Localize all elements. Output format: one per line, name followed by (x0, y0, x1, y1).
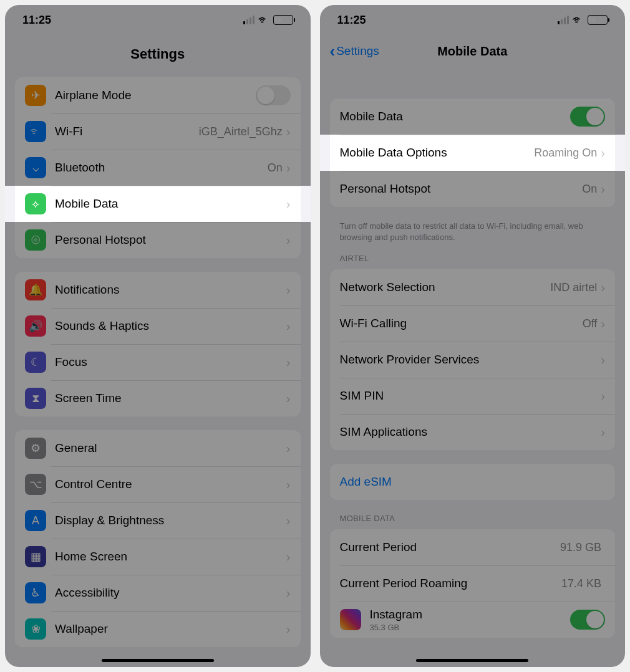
row-mobile-data[interactable]: Mobile Data (330, 98, 616, 135)
chevron-right-icon: › (601, 389, 605, 403)
row-value: 17.4 KB (561, 577, 601, 590)
row-label: Personal Hotspot (55, 233, 286, 247)
settings-screen: 11:25 ᯤ 59 Settings ✈Airplane ModeᯤWi-Fi… (5, 5, 311, 667)
row-focus[interactable]: ☾Focus› (15, 344, 301, 380)
bluetooth-icon: ⌵ (25, 157, 46, 178)
row-sounds-haptics[interactable]: 🔊Sounds & Haptics› (15, 308, 301, 344)
status-bar: 11:25 ᯤ 59 (5, 5, 311, 35)
mobile-data-group-main: Mobile DataMobile Data OptionsRoaming On… (330, 98, 616, 207)
row-label: SIM PIN (340, 389, 601, 403)
row-sim-pin[interactable]: SIM PIN› (330, 378, 616, 414)
sounds-icon: 🔊 (25, 315, 46, 337)
settings-group-general: ⚙General›⌥Control Centre›ADisplay & Brig… (15, 430, 301, 647)
row-label: Mobile Data (55, 197, 286, 211)
row-accessibility[interactable]: ♿︎Accessibility› (15, 575, 301, 611)
battery-icon: 59 (588, 15, 608, 25)
instagram-icon (340, 609, 361, 630)
row-network-provider-services[interactable]: Network Provider Services› (330, 342, 616, 378)
clock: 11:25 (22, 14, 51, 27)
row-value: Off (583, 317, 598, 330)
chevron-right-icon: › (601, 146, 605, 160)
row-label: Sounds & Haptics (55, 319, 286, 333)
row-display-brightness[interactable]: ADisplay & Brightness› (15, 502, 301, 539)
chevron-right-icon: › (601, 182, 605, 196)
row-sim-applications[interactable]: SIM Applications› (330, 414, 616, 450)
row-label: Network Provider Services (340, 353, 601, 367)
row-label: Mobile Data Options (340, 146, 535, 160)
settings-group-alerts: 🔔Notifications›🔊Sounds & Haptics›☾Focus›… (15, 272, 301, 416)
row-label: Bluetooth (55, 161, 268, 175)
accessibility-icon: ♿︎ (25, 582, 46, 603)
row-value: iGB_Airtel_5Ghz (199, 125, 283, 138)
chevron-right-icon: › (286, 478, 291, 492)
row-wallpaper[interactable]: ❀Wallpaper› (15, 611, 301, 647)
chevron-right-icon: › (286, 233, 291, 247)
row-label: Wi-Fi (55, 125, 199, 138)
nav-bar: ‹ Settings Mobile Data (320, 35, 626, 67)
row-label: Airplane Mode (55, 89, 256, 102)
row-label: SIM Applications (340, 425, 601, 439)
chevron-right-icon: › (286, 283, 291, 297)
row-label: Instagram (370, 608, 571, 622)
row-label: Home Screen (55, 550, 286, 564)
home-indicator[interactable] (416, 659, 528, 662)
row-value: 91.9 GB (560, 541, 601, 554)
wallpaper-icon: ❀ (25, 618, 46, 640)
row-personal-hotspot[interactable]: Personal HotspotOn› (330, 171, 616, 207)
chevron-right-icon: › (286, 197, 291, 211)
row-notifications[interactable]: 🔔Notifications› (15, 272, 301, 308)
chevron-right-icon: › (286, 441, 291, 456)
chevron-right-icon: › (601, 281, 605, 295)
row-network-selection[interactable]: Network SelectionIND airtel› (330, 269, 616, 305)
row-home-screen[interactable]: ▦Home Screen› (15, 539, 301, 575)
homescreen-icon: ▦ (25, 546, 46, 567)
row-general[interactable]: ⚙General› (15, 430, 301, 466)
row-current-period-roaming[interactable]: Current Period Roaming17.4 KB (330, 565, 616, 602)
toggle[interactable] (570, 107, 605, 127)
cell-signal-icon (243, 16, 254, 24)
row-label: Network Selection (340, 281, 551, 294)
row-bluetooth[interactable]: ⌵BluetoothOn› (15, 150, 301, 186)
home-indicator[interactable] (102, 659, 214, 662)
row-value: IND airtel (550, 281, 597, 294)
row-control-centre[interactable]: ⌥Control Centre› (15, 466, 301, 502)
chevron-right-icon: › (286, 622, 291, 636)
row-label: Notifications (55, 283, 286, 297)
toggle[interactable] (256, 85, 291, 105)
status-bar: 11:25 ᯤ 59 (320, 5, 626, 35)
chevron-right-icon: › (286, 319, 291, 334)
mobile-data-group-esim: Add eSIM (330, 464, 616, 500)
row-label: Current Period (340, 540, 560, 554)
chevron-right-icon: › (286, 391, 291, 406)
cell-signal-icon (558, 16, 569, 24)
row-label: Personal Hotspot (340, 182, 583, 196)
row-add-esim[interactable]: Add eSIM (330, 464, 616, 500)
mobile-data-screen: 11:25 ᯤ 59 ‹ Settings Mobile Data Mobile… (320, 5, 626, 667)
notifications-icon: 🔔 (25, 279, 46, 300)
focus-icon: ☾ (25, 352, 46, 373)
mobile-data-group-usage: Current Period91.9 GBCurrent Period Roam… (330, 529, 616, 638)
toggle[interactable] (570, 610, 605, 630)
settings-group-connectivity: ✈Airplane ModeᯤWi-FiiGB_Airtel_5Ghz›⌵Blu… (15, 77, 301, 258)
row-screen-time[interactable]: ⧗Screen Time› (15, 380, 301, 416)
row-airplane-mode[interactable]: ✈Airplane Mode (15, 77, 301, 113)
page-title: Mobile Data (437, 44, 507, 59)
row-value: On (268, 161, 283, 175)
back-button[interactable]: ‹ Settings (330, 42, 379, 61)
row-mobile-data-options[interactable]: Mobile Data OptionsRoaming On› (330, 135, 616, 171)
wifi-icon: ᯤ (25, 121, 46, 142)
row-label: Screen Time (55, 391, 286, 405)
chevron-right-icon: › (601, 425, 605, 439)
row-current-period[interactable]: Current Period91.9 GB (330, 529, 616, 565)
chevron-right-icon: › (286, 355, 291, 370)
row-mobile-data[interactable]: ⟡Mobile Data› (15, 186, 301, 222)
row-wi-fi[interactable]: ᯤWi-FiiGB_Airtel_5Ghz› (15, 113, 301, 150)
row-personal-hotspot[interactable]: ⦾Personal Hotspot› (15, 222, 301, 258)
clock: 11:25 (337, 14, 366, 27)
row-label: Add eSIM (340, 475, 606, 489)
chevron-right-icon: › (601, 353, 605, 367)
row-wi-fi-calling[interactable]: Wi-Fi CallingOff› (330, 305, 616, 342)
group-header-usage: MOBILE DATA (340, 514, 606, 523)
row-label: Focus (55, 355, 286, 369)
row-instagram[interactable]: Instagram35.3 GB (330, 602, 616, 638)
